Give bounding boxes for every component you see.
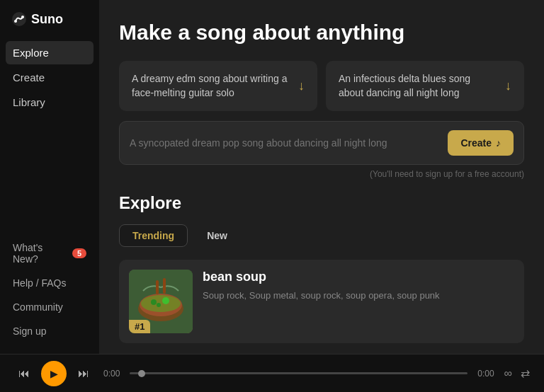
prompt-card-1-arrow: ↓ <box>298 79 305 93</box>
sidebar-item-create[interactable]: Create <box>6 66 94 89</box>
progress-bar-container[interactable] <box>130 372 468 374</box>
create-input[interactable] <box>130 137 448 149</box>
app-name: Suno <box>31 12 63 27</box>
svg-rect-11 <box>163 278 166 294</box>
player-controls: ⏮ ▶ ⏭ <box>14 361 94 386</box>
prompt-card-2-text: An infectious delta blues song about dan… <box>339 72 497 100</box>
svg-point-7 <box>151 299 157 305</box>
svg-point-9 <box>157 303 161 307</box>
sidebar-bottom: What's New? 5 Help / FAQs Community Sign… <box>0 236 99 342</box>
progress-dot <box>138 370 145 377</box>
sidebar: Suno Explore Create Library What's New? … <box>0 0 99 354</box>
svg-rect-10 <box>156 280 159 294</box>
explore-title: Explore <box>119 193 524 213</box>
play-button[interactable]: ▶ <box>41 361 67 386</box>
total-time: 0:00 <box>477 369 494 379</box>
song-card[interactable]: #1 bean soup Soup rock, Soup metal, soup… <box>119 260 524 343</box>
create-bar: Create ♪ <box>119 121 524 165</box>
sidebar-item-help-faqs[interactable]: Help / FAQs <box>6 272 94 294</box>
tab-new[interactable]: New <box>193 224 241 247</box>
tabs: Trending New <box>119 224 524 247</box>
prompt-card-1[interactable]: A dreamy edm song about writing a face-m… <box>119 61 317 111</box>
prompt-card-2[interactable]: An infectious delta blues song about dan… <box>326 61 524 111</box>
next-button[interactable]: ⏭ <box>74 364 94 384</box>
main-content: Make a song about anything A dreamy edm … <box>99 0 544 354</box>
song-title: bean soup <box>203 270 514 284</box>
sidebar-item-sign-up[interactable]: Sign up <box>6 320 94 342</box>
svg-point-2 <box>21 16 24 18</box>
create-button[interactable]: Create ♪ <box>448 130 514 156</box>
prompt-cards: A dreamy edm song about writing a face-m… <box>119 61 524 111</box>
shuffle-icon[interactable]: ⇄ <box>521 367 530 380</box>
nav-items: Explore Create Library <box>0 41 99 114</box>
sidebar-item-community[interactable]: Community <box>6 296 94 318</box>
song-tags: Soup rock, Soup metal, soup rock, soup o… <box>203 289 514 303</box>
progress-track[interactable] <box>130 372 468 374</box>
prev-button[interactable]: ⏮ <box>14 364 34 384</box>
sidebar-item-explore[interactable]: Explore <box>6 41 94 64</box>
music-note-icon: ♪ <box>496 137 501 149</box>
song-info: bean soup Soup rock, Soup metal, soup ro… <box>203 270 514 303</box>
page-title: Make a song about anything <box>119 20 524 45</box>
sidebar-item-whats-new[interactable]: What's New? 5 <box>6 236 94 270</box>
svg-point-8 <box>162 297 169 304</box>
tab-trending[interactable]: Trending <box>119 224 188 247</box>
prompt-card-1-text: A dreamy edm song about writing a face-m… <box>132 72 290 100</box>
prompt-card-2-arrow: ↓ <box>505 79 511 93</box>
infinity-icon[interactable]: ∞ <box>504 367 512 380</box>
logo-icon <box>11 11 27 27</box>
svg-point-1 <box>14 20 17 23</box>
player-bar: ⏮ ▶ ⏭ 0:00 0:00 ∞ ⇄ <box>0 354 544 392</box>
signup-hint: (You'll need to sign up for a free accou… <box>119 169 524 179</box>
whats-new-badge: 5 <box>72 248 86 258</box>
logo: Suno <box>0 11 99 41</box>
svg-point-6 <box>141 295 181 312</box>
player-extras: ∞ ⇄ <box>504 367 530 380</box>
song-thumbnail-wrapper: #1 <box>129 270 193 333</box>
sidebar-item-library[interactable]: Library <box>6 91 94 114</box>
current-time: 0:00 <box>103 369 120 379</box>
song-rank: #1 <box>129 320 150 333</box>
